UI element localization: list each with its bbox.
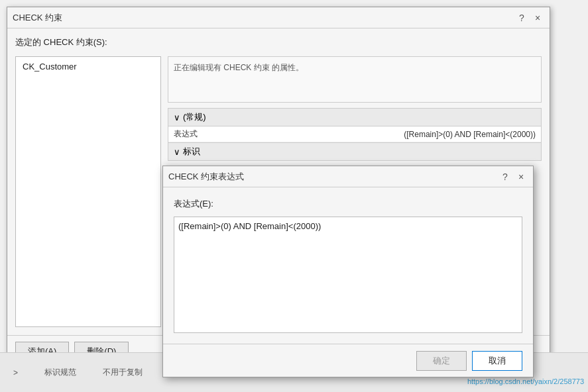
ok-button[interactable]: 确定	[416, 351, 467, 371]
main-dialog-help-button[interactable]: ?	[515, 11, 528, 24]
bg-col1: >	[13, 368, 18, 377]
expr-label: 表达式(E):	[174, 198, 522, 210]
bg-col2: 标识规范	[44, 367, 76, 378]
selected-constraints-label: 选定的 CHECK 约束(S):	[15, 36, 542, 48]
main-dialog-title: CHECK 约束	[13, 12, 62, 24]
identity-section-header: ∨ 标识	[168, 142, 541, 160]
list-item[interactable]: CK_Customer	[19, 60, 158, 74]
collapse-icon: ∨	[174, 113, 180, 122]
identity-collapse-icon: ∨	[174, 147, 180, 157]
titlebar-buttons: ? ×	[515, 11, 544, 24]
expr-dialog-titlebar: CHECK 约束表达式 ? ×	[163, 166, 533, 187]
main-dialog-titlebar: CHECK 约束 ? ×	[7, 7, 550, 28]
expr-dialog-title: CHECK 约束表达式	[168, 171, 244, 183]
expression-label: 表达式	[174, 128, 227, 140]
constraints-list[interactable]: CK_Customer	[15, 56, 161, 327]
watermark: https://blog.csdn.net/yaixn/2/258773	[463, 376, 588, 387]
identity-section-title: 标识	[183, 146, 200, 158]
general-section-title: (常规)	[183, 111, 206, 123]
expr-dialog-help-button[interactable]: ?	[499, 170, 512, 183]
property-section: ∨ (常规) 表达式 ([Remain]>(0) AND [Remain]<(2…	[168, 108, 542, 161]
expr-dialog-body: 表达式(E): ([Remain]>(0) AND [Remain]<(2000…	[163, 187, 533, 344]
expr-dialog-footer: 确定 取消	[163, 344, 533, 377]
expr-dialog-close-button[interactable]: ×	[514, 170, 528, 183]
expression-value: ([Remain]>(0) AND [Remain]<(2000))	[227, 130, 536, 139]
info-box: 正在编辑现有 CHECK 约束 的属性。	[168, 56, 542, 103]
main-dialog-close-button[interactable]: ×	[531, 11, 544, 24]
cancel-button[interactable]: 取消	[472, 351, 522, 371]
expression-row: 表达式 ([Remain]>(0) AND [Remain]<(2000))	[168, 126, 541, 142]
general-section-header: ∨ (常规)	[168, 109, 541, 126]
check-expr-dialog: CHECK 约束表达式 ? × 表达式(E): ([Remain]>(0) AN…	[162, 166, 534, 377]
expr-textarea[interactable]: ([Remain]>(0) AND [Remain]<(2000))	[174, 217, 522, 333]
bg-col3: 不用于复制	[103, 367, 143, 378]
expr-titlebar-buttons: ? ×	[499, 170, 528, 183]
